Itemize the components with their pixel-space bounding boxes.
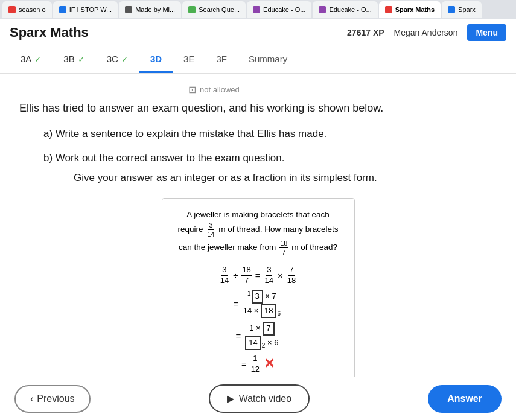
step1-frac2-num: 3 xyxy=(266,265,272,276)
app-header: Sparx Maths 27617 XP Megan Anderson Menu xyxy=(0,19,516,46)
nav-tab-3c[interactable]: 3C ✓ xyxy=(96,46,139,73)
step1-div-op: ÷ xyxy=(233,270,238,281)
tab-label-search: Search Que... xyxy=(199,6,240,13)
step2-den-boxed: 18 xyxy=(261,304,276,318)
step1-lhs-den: 14 xyxy=(219,276,230,286)
step2-den: 14 × 186 xyxy=(242,304,282,318)
step4-den: 12 xyxy=(250,364,261,375)
step4-row: = 1 12 ✕ xyxy=(174,354,342,375)
username: Megan Anderson xyxy=(394,28,458,37)
problem-description: A jeweller is making bracelets that each… xyxy=(174,208,342,257)
tab-navigation: 3A ✓ 3B ✓ 3C ✓ 3D 3E 3F Summary xyxy=(0,46,516,74)
fraction-from: 18 7 xyxy=(279,239,288,257)
step3-fraction: 1 × 7 142 × 6 xyxy=(244,322,279,350)
step2-num-boxed: 3 xyxy=(252,290,263,304)
check-icon-3a: ✓ xyxy=(34,54,42,64)
nav-tab-3d[interactable]: 3D xyxy=(139,46,173,73)
tab-sparxmaths[interactable]: Sparx Maths xyxy=(379,1,441,18)
problem-text-end: m of thread? xyxy=(291,243,337,252)
nav-tab-3b[interactable]: 3B ✓ xyxy=(53,46,95,73)
nav-tab-3e-label: 3E xyxy=(183,54,194,64)
step1-frac3-den: 18 xyxy=(286,276,297,286)
question-intro: Ellis has tried to answer an exam questi… xyxy=(19,100,497,116)
step1-frac2: 3 14 xyxy=(264,265,275,286)
nav-tab-3e[interactable]: 3E xyxy=(173,46,205,73)
header-right: 27617 XP Megan Anderson Menu xyxy=(347,24,506,41)
step3-num-boxed: 7 xyxy=(263,322,274,336)
tab-label-sparx: Sparx xyxy=(458,6,476,13)
tab-madeby[interactable]: Made by Mi... xyxy=(119,1,181,18)
nav-tab-3f[interactable]: 3F xyxy=(205,46,238,73)
tab-icon-sparxmaths xyxy=(385,6,392,13)
step4-fraction: 1 12 xyxy=(250,354,261,375)
step1-mul-op: × xyxy=(278,270,283,281)
previous-label: Previous xyxy=(37,393,74,404)
tab-ifistop[interactable]: IF I STOP W... xyxy=(53,1,118,18)
step4-equals: = xyxy=(241,359,247,369)
tab-label-sparxmaths: Sparx Maths xyxy=(395,6,435,13)
nav-tab-3d-label: 3D xyxy=(150,54,162,64)
step3-equals: = xyxy=(236,331,241,341)
question-part-b-line1: b) Work out the correct answer to the ex… xyxy=(43,150,497,166)
tab-label-ifistop: IF I STOP W... xyxy=(69,6,112,13)
xp-badge: 27617 XP xyxy=(347,28,384,37)
step1-rhs-num: 18 xyxy=(241,265,252,276)
step1-frac3: 7 18 xyxy=(286,265,297,286)
tab-educake2[interactable]: Educake - O... xyxy=(313,1,377,18)
app-title: Sparx Maths xyxy=(10,25,89,40)
tab-season[interactable]: season o xyxy=(2,1,52,18)
step2-fraction: 13 × 7 14 × 186 xyxy=(242,290,282,318)
tab-icon-educake2 xyxy=(319,6,326,13)
tab-icon-educake1 xyxy=(253,6,260,13)
browser-tabs: season o IF I STOP W... Made by Mi... Se… xyxy=(0,0,516,19)
step2-row: = 13 × 7 14 × 186 xyxy=(174,290,342,318)
tab-label-educake1: Educake - O... xyxy=(263,6,305,13)
tab-sparx[interactable]: Sparx xyxy=(442,1,482,18)
nav-tab-3f-label: 3F xyxy=(216,54,227,64)
fraction-require: 3 14 xyxy=(206,221,215,239)
tab-icon-sparx xyxy=(448,6,455,13)
tab-icon-madeby xyxy=(125,6,132,13)
main-content: ⊡ not allowed Ellis has tried to answer … xyxy=(0,74,516,377)
nav-tab-3c-label: 3C xyxy=(107,54,118,64)
bottom-bar: ‹ Previous ▶ Watch video Answer xyxy=(0,377,516,420)
not-allowed-text: ⊡ not allowed xyxy=(188,84,240,95)
tab-label-madeby: Made by Mi... xyxy=(135,6,175,13)
watch-label: Watch video xyxy=(239,393,291,404)
tab-educake1[interactable]: Educake - O... xyxy=(247,1,311,18)
step1-lhs-num: 3 xyxy=(221,265,228,276)
check-icon-3c: ✓ xyxy=(121,54,129,64)
fraction-from-den: 7 xyxy=(281,248,287,256)
calculator-icon: ⊡ xyxy=(188,84,196,95)
nav-tab-summary-label: Summary xyxy=(249,54,287,64)
tab-icon-season xyxy=(8,6,16,13)
not-allowed-label: not allowed xyxy=(200,85,240,94)
step2-super1: 1 xyxy=(247,290,251,297)
menu-button[interactable]: Menu xyxy=(467,24,506,41)
fraction-require-num: 3 xyxy=(208,221,214,230)
step2-num: 13 × 7 xyxy=(246,290,278,304)
step2-sub6: 6 xyxy=(277,310,281,317)
step3-num: 1 × 7 xyxy=(248,322,275,336)
step1-row: 3 14 ÷ 18 7 = 3 14 × 7 18 xyxy=(174,265,342,286)
question-part-b-line2: Give your answer as an integer or as a f… xyxy=(74,170,497,186)
step3-sub2: 2 xyxy=(262,342,266,349)
nav-tab-summary[interactable]: Summary xyxy=(238,46,298,73)
step1-lhs: 3 14 xyxy=(219,265,230,286)
step3-den: 142 × 6 xyxy=(244,336,279,350)
answer-button[interactable]: Answer xyxy=(428,385,502,413)
step3-row: = 1 × 7 142 × 6 xyxy=(174,322,342,350)
nav-tab-3a[interactable]: 3A ✓ xyxy=(10,46,53,73)
tab-label-educake2: Educake - O... xyxy=(329,6,371,13)
prev-chevron-icon: ‹ xyxy=(30,393,33,404)
step4-num: 1 xyxy=(252,354,258,364)
previous-button[interactable]: ‹ Previous xyxy=(14,385,91,413)
cross-icon: ✕ xyxy=(264,356,275,372)
working-box: A jeweller is making bracelets that each… xyxy=(162,198,355,377)
video-icon: ▶ xyxy=(227,393,234,404)
watch-video-button[interactable]: ▶ Watch video xyxy=(209,384,310,413)
step1-equals: = xyxy=(255,270,261,281)
tab-searchque[interactable]: Search Que... xyxy=(182,1,246,18)
tab-icon-ifistop xyxy=(59,6,66,13)
fraction-from-num: 18 xyxy=(279,239,288,248)
